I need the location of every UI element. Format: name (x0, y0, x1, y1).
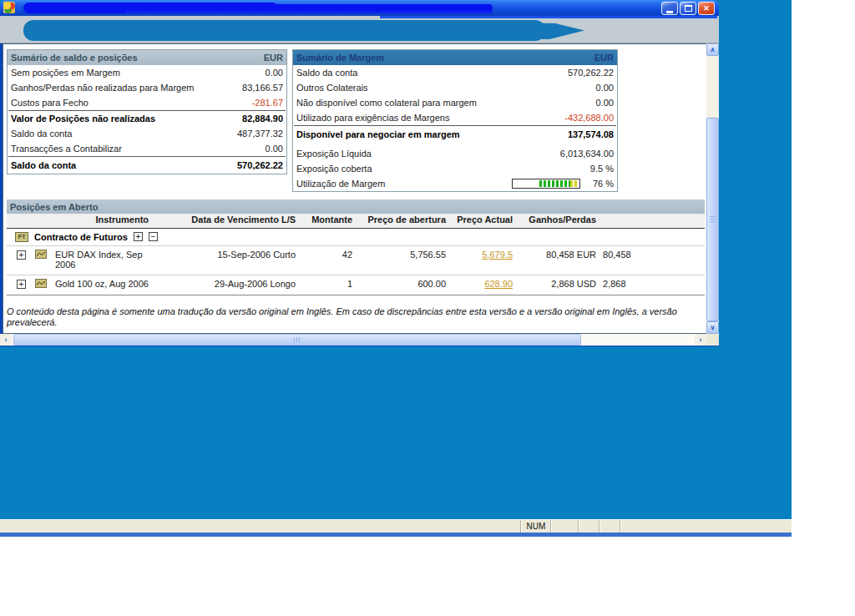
position-row[interactable]: + EUR DAX Index, Sep 2006 15-Sep-2006 Cu… (7, 245, 705, 275)
summary-row: Exposição coberta 9.5 % (293, 161, 617, 176)
titlebar: ✕ (0, 0, 719, 16)
toolbar-redaction-scribble (23, 20, 545, 41)
scroll-left-button[interactable]: ‹ (0, 334, 12, 346)
summary-row: Não disponível como colateral para marge… (293, 95, 617, 110)
scroll-down-icon: ∨ (711, 324, 716, 331)
summary-row-total: Saldo da conta 570,262.22 (8, 157, 286, 174)
cell-open-price: 600.00 (356, 275, 449, 295)
balance-summary-panel: Sumário de saldo e posições EUR Sem posi… (7, 49, 287, 174)
disclaimer-line-2: prevalecerá. (7, 317, 703, 328)
summary-row: Saldo da conta 487,377.32 (8, 126, 286, 141)
row-value: 6,013,634.00 (560, 149, 614, 159)
current-price-link[interactable]: 628.90 (484, 279, 513, 289)
summary-row: Outros Colaterais 0.00 (293, 80, 617, 95)
row-label: Sem posições em Margem (11, 68, 120, 78)
cell-amount: 1 (299, 275, 356, 295)
row-value: 0.00 (266, 144, 283, 154)
row-value: 76 % (585, 179, 614, 189)
row-value: 137,574.08 (568, 129, 614, 139)
scroll-right-icon: › (700, 336, 702, 344)
row-label: Disponível para negociar em margem (296, 129, 460, 139)
row-value: 487,377.32 (237, 129, 283, 139)
vertical-scrollbar[interactable]: ∧ ∨ (706, 43, 719, 334)
row-label: Transacções a Contabilizar (11, 144, 122, 154)
row-label: Exposição Líquida (296, 149, 372, 159)
status-bar: NUM (0, 519, 792, 533)
positions-column-header-row: Instrumento Data de Vencimento L/S Monta… (7, 214, 705, 228)
translation-disclaimer: O conteúdo desta página é somente uma tr… (7, 306, 703, 328)
row-value: 570,262.22 (237, 160, 283, 170)
status-pane (552, 520, 578, 533)
row-value: 0.00 (596, 83, 614, 93)
current-price-link[interactable]: 5,679.5 (482, 250, 513, 260)
margin-summary-title: Sumário de Margem (296, 53, 384, 63)
positions-table: Instrumento Data de Vencimento L/S Monta… (7, 214, 705, 295)
row-value-negative: -281.67 (252, 98, 283, 108)
status-pane-num: NUM (522, 520, 550, 533)
summary-row: Custos para Fecho -281.67 (8, 95, 286, 110)
vertical-scroll-track[interactable] (706, 56, 719, 321)
position-row[interactable]: + Gold 100 oz, Aug 2006 29-Aug-2006 Long… (7, 275, 705, 295)
cell-expiry: 15-Sep-2006 Curto (152, 245, 299, 275)
horizontal-scrollbar[interactable]: ‹ › (0, 334, 719, 346)
close-icon: ✕ (703, 4, 710, 13)
caption-buttons: ✕ (661, 2, 715, 15)
scroll-down-button[interactable]: ∨ (706, 321, 719, 334)
status-pane (600, 520, 620, 533)
balance-summary-title: Sumário de saldo e posições (11, 53, 138, 63)
cell-pnl: 2,868 USD (516, 275, 600, 295)
row-label: Utilização de Margem (296, 179, 385, 189)
disclaimer-line-1: O conteúdo desta página é somente uma tr… (7, 306, 703, 317)
row-label: Saldo da conta (296, 68, 357, 78)
cell-open-price: 5,756.55 (356, 245, 449, 275)
column-header-instrument[interactable]: Instrumento (7, 214, 152, 228)
row-expand-button[interactable]: + (17, 250, 26, 260)
column-header-open-price[interactable]: Preço de abertura (356, 214, 449, 228)
account-summary-page: Sumário de saldo e posições EUR Sem posi… (3, 43, 706, 334)
column-header-pnl-account-ccy[interactable]: Ganhos/Perdas em (600, 214, 705, 228)
row-value: 83,166.57 (242, 83, 283, 93)
summary-row: Saldo da conta 570,262.22 (293, 65, 617, 80)
bottom-accent-line (0, 533, 792, 537)
balance-summary-header[interactable]: Sumário de saldo e posições EUR (8, 50, 286, 65)
group-collapse-all-button[interactable]: − (149, 232, 158, 241)
open-positions-header[interactable]: Posições em Aberto (7, 199, 705, 214)
status-pane (579, 520, 599, 533)
group-expand-all-button[interactable]: + (134, 232, 143, 241)
row-label: Custos para Fecho (11, 98, 89, 108)
instrument-chart-icon (35, 250, 47, 259)
horizontal-scroll-thumb[interactable] (13, 334, 581, 346)
margin-bar-fill-green (539, 180, 571, 187)
cell-instrument: EUR DAX Index, Sep 2006 (52, 245, 152, 275)
scroll-right-button[interactable]: › (695, 334, 706, 346)
cell-instrument: Gold 100 oz, Aug 2006 (52, 275, 152, 295)
column-header-expiry[interactable]: Data de Vencimento L/S (152, 214, 299, 228)
row-value: 9.5 % (590, 164, 614, 174)
minimize-button[interactable] (661, 2, 678, 15)
summary-row-margin-utilization: Utilização de Margem 76 % (293, 176, 617, 191)
row-value-negative: -432,688.00 (564, 113, 614, 123)
maximize-button[interactable] (680, 2, 696, 15)
futures-group-row[interactable]: FT Contracto de Futuros + − (7, 228, 705, 245)
instrument-chart-icon (35, 279, 47, 288)
summary-row-total: Valor de Posições não realizadas 82,884.… (8, 111, 286, 126)
column-header-pnl[interactable]: Ganhos/Perdas (516, 214, 600, 228)
minimize-icon (666, 11, 673, 13)
margin-summary-header[interactable]: Sumário de Margem EUR (293, 50, 617, 65)
row-value: 0.00 (266, 68, 283, 78)
scroll-up-button[interactable]: ∧ (706, 43, 719, 56)
column-header-amount[interactable]: Montante (299, 214, 356, 228)
horizontal-scroll-track[interactable] (12, 334, 695, 346)
app-icon[interactable] (3, 2, 15, 13)
summary-row: Utilizado para exigências de Margens -43… (293, 110, 617, 125)
row-label: Valor de Posições não realizadas (11, 114, 155, 124)
row-label: Saldo da conta (11, 160, 76, 170)
futures-type-icon: FT (15, 232, 28, 242)
close-button[interactable]: ✕ (698, 2, 715, 15)
margin-bar-fill-yellow (570, 180, 579, 187)
row-expand-button[interactable]: + (17, 280, 26, 289)
column-header-current-price[interactable]: Preço Actual (449, 214, 516, 228)
scrollbar-corner (706, 334, 719, 346)
vertical-scroll-thumb[interactable] (706, 118, 719, 321)
screen: ✕ Sumário de saldo e posições EUR Sem po… (0, 0, 855, 616)
